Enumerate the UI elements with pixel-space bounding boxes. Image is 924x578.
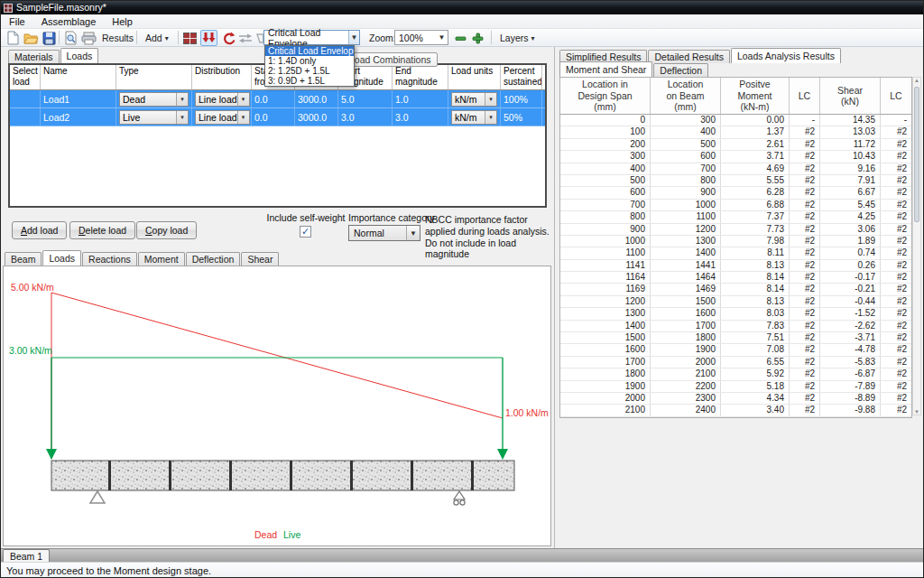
menu-assemblage[interactable]: Assemblage (33, 14, 105, 29)
tab-deflection-results[interactable]: Deflection (653, 63, 708, 77)
shear-view-icon[interactable] (237, 30, 254, 46)
chevron-down-icon[interactable] (176, 93, 188, 106)
menu-help[interactable]: Help (104, 14, 141, 29)
table-row[interactable]: 03000.00-14.35- (560, 115, 911, 126)
table-row[interactable]: 190022005.18#2-7.89#2 (560, 381, 911, 393)
tab-shear[interactable]: Shear (241, 252, 279, 266)
table-row[interactable]: 130016008.03#2-1.52#2 (560, 308, 911, 320)
combo-dropdown-list[interactable]: Critical Load Envelope1: 1.4D only2: 1.2… (264, 45, 355, 87)
table-row[interactable]: 140017007.83#2-2.62#2 (560, 321, 911, 332)
table-row[interactable]: 80011007.37#24.25#2 (560, 211, 911, 223)
assemblage-grid-icon[interactable] (181, 30, 199, 46)
tab-loads-analysis-results[interactable]: Loads Analysis Results (731, 48, 841, 63)
add-menu-button[interactable]: Add (142, 30, 172, 46)
new-file-button[interactable] (5, 30, 21, 46)
dropdown-item[interactable]: 3: 0.9D + 1.5L (265, 76, 354, 86)
select-load-cell[interactable] (10, 108, 41, 126)
self-weight-checkbox[interactable]: ✓ (300, 226, 311, 238)
chevron-down-icon[interactable] (485, 111, 496, 124)
table-row[interactable]: 160019007.08#2-4.78#2 (560, 344, 911, 356)
table-row[interactable]: 5008005.55#27.91#2 (560, 175, 911, 187)
chevron-down-icon[interactable]: ▼ (436, 33, 448, 42)
moment-view-icon[interactable] (220, 30, 237, 46)
load-type-select[interactable]: Dead (119, 92, 189, 107)
add-load-button[interactable]: Add load (12, 221, 67, 239)
tab-reactions[interactable]: Reactions (82, 252, 137, 266)
results-scrollbar[interactable]: ▲ ▼ (912, 77, 921, 415)
percent-sustained-cell[interactable]: 50% (501, 108, 542, 126)
print-button[interactable] (80, 30, 97, 46)
layers-menu-button[interactable]: Layers (496, 30, 539, 46)
tab-loads[interactable]: Loads (60, 48, 99, 63)
tab-materials[interactable]: Materials (8, 50, 60, 63)
end-position-cell[interactable]: 3000.0 (295, 90, 338, 107)
tab-loads-view[interactable]: Loads (42, 250, 81, 266)
table-row[interactable]: 200023004.34#2-8.89#2 (560, 393, 911, 405)
table-row[interactable]: 110014008.11#20.74#2 (560, 247, 911, 259)
table-row[interactable]: 180021005.92#2-6.87#2 (560, 368, 911, 380)
scroll-down-icon[interactable]: ▼ (913, 409, 920, 415)
dropdown-item[interactable]: 2: 1.25D + 1.5L (265, 66, 354, 76)
table-row[interactable]: 100013007.98#21.89#2 (560, 236, 911, 247)
chevron-down-icon[interactable]: ▼ (406, 226, 420, 240)
tab-beam-1[interactable]: Beam 1 (3, 549, 50, 563)
copy-load-button[interactable]: Copy load (136, 221, 197, 239)
loads-view-icon[interactable] (200, 30, 217, 46)
table-row[interactable]: 116914698.14#2-0.21#2 (560, 284, 911, 295)
percent-sustained-cell[interactable]: 100% (501, 90, 542, 107)
load-combination-select[interactable]: Critical Load Envelope ▼ (263, 30, 360, 45)
table-row[interactable]: Load1 Dead Line load 0.0 3000.0 5.0 1.0 … (10, 90, 545, 108)
scroll-up-icon[interactable]: ▲ (913, 78, 920, 83)
table-row[interactable]: 6009006.28#26.67#2 (560, 187, 911, 199)
dropdown-item[interactable]: 1: 1.4D only (265, 56, 354, 66)
title-bar[interactable]: SampleFile.masonry* (1, 1, 924, 14)
table-row[interactable]: 90012007.73#23.06#2 (560, 224, 911, 236)
table-row[interactable]: 1004001.37#213.03#2 (560, 126, 911, 138)
select-load-cell[interactable] (10, 90, 41, 107)
load-name-cell[interactable]: Load1 (41, 90, 116, 107)
open-file-button[interactable] (23, 30, 39, 46)
table-row[interactable]: 120015008.13#2-0.44#2 (560, 296, 911, 308)
end-magnitude-cell[interactable]: 3.0 (393, 108, 448, 126)
tab-moment[interactable]: Moment (138, 252, 185, 266)
menu-file[interactable]: File (1, 14, 33, 29)
chevron-down-icon[interactable] (485, 93, 496, 106)
load-type-select[interactable]: Live (119, 110, 189, 125)
chevron-down-icon[interactable] (176, 111, 188, 124)
delete-load-button[interactable]: Delete load (69, 221, 135, 239)
load-units-select[interactable]: kN/m (451, 110, 497, 125)
importance-category-select[interactable]: Normal ▼ (348, 225, 420, 241)
chevron-down-icon[interactable] (237, 111, 249, 124)
tab-beam[interactable]: Beam (5, 252, 42, 266)
start-magnitude-cell[interactable]: 5.0 (338, 90, 393, 107)
zoom-in-button[interactable] (471, 30, 485, 46)
distribution-select[interactable]: Line load (195, 110, 250, 125)
end-magnitude-cell[interactable]: 1.0 (393, 90, 448, 107)
table-row[interactable]: 114114418.13#20.26#2 (560, 260, 911, 272)
zoom-out-button[interactable] (454, 30, 467, 46)
tab-moment-and-shear[interactable]: Moment and Shear (559, 61, 652, 77)
load-name-cell[interactable]: Load2 (41, 108, 116, 126)
scrollbar-thumb[interactable] (914, 87, 919, 222)
start-position-cell[interactable]: 0.0 (252, 90, 295, 107)
end-position-cell[interactable]: 3000.0 (295, 108, 338, 126)
table-row[interactable]: 170020006.55#2-5.83#2 (560, 357, 911, 368)
table-row[interactable]: 150018007.51#2-3.71#2 (560, 332, 911, 344)
table-row[interactable]: 2005002.61#211.72#2 (560, 139, 911, 151)
table-row[interactable]: 116414648.14#2-0.17#2 (560, 272, 911, 284)
results-button[interactable]: Results (98, 30, 137, 46)
load-units-select[interactable]: kN/m (451, 92, 497, 107)
table-row[interactable]: Load2 Live Line load 0.0 3000.0 3.0 3.0 … (10, 108, 545, 126)
chevron-down-icon[interactable]: ▼ (348, 31, 359, 44)
save-button[interactable] (41, 30, 57, 46)
table-row[interactable]: 4007004.69#29.16#2 (560, 163, 911, 175)
table-row[interactable]: 3006003.71#210.43#2 (560, 151, 911, 163)
dropdown-item[interactable]: Critical Load Envelope (265, 46, 354, 56)
zoom-select[interactable]: 100% ▼ (394, 30, 448, 45)
start-magnitude-cell[interactable]: 3.0 (338, 108, 393, 126)
table-row[interactable]: 210024003.40#2-9.88#2 (560, 405, 911, 416)
chevron-down-icon[interactable] (237, 93, 249, 106)
tab-deflection[interactable]: Deflection (186, 252, 241, 266)
print-preview-button[interactable] (62, 30, 79, 46)
start-position-cell[interactable]: 0.0 (252, 108, 295, 126)
